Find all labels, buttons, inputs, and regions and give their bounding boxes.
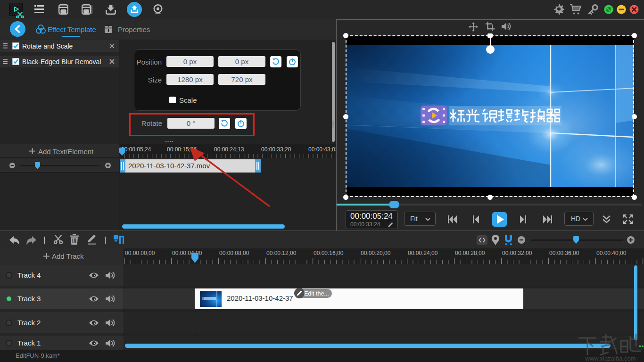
svg-text:www.xiazaiba.com: www.xiazaiba.com bbox=[585, 355, 636, 362]
